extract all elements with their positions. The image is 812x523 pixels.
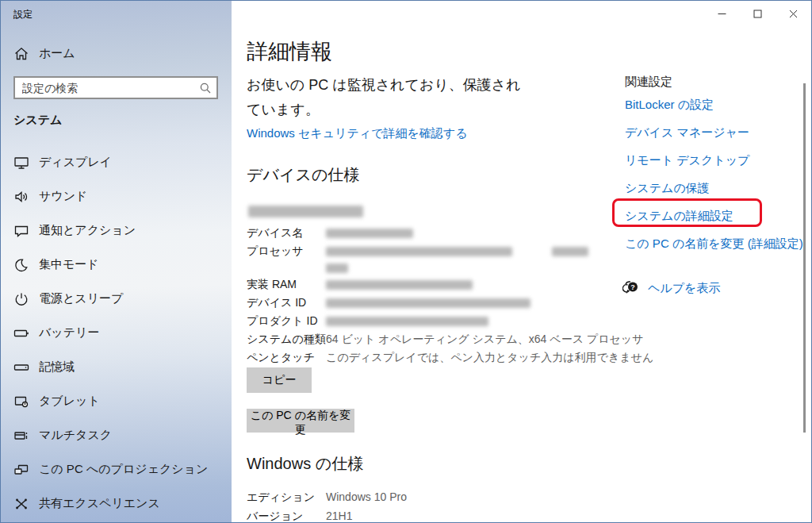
svg-text:?: ? [630, 283, 635, 291]
sidebar-item-label: 通知とアクション [39, 223, 136, 238]
home-icon [13, 46, 29, 62]
device-spec-table: デバイス名 プロセッサ 実装 RAM デバイス ID プロダクト ID システム… [247, 224, 619, 367]
sidebar: 設定 ホーム システム ディスプレイ サウンド 通知とアクション 集中モード [1, 1, 232, 522]
sound-icon [13, 189, 29, 205]
sidebar-item-display[interactable]: ディスプレイ [1, 145, 232, 179]
sidebar-item-label: 電源とスリープ [39, 291, 123, 306]
spec-row-pen-touch: ペンとタッチ このディスプレイでは、ペン入力とタッチ入力は利用できません [247, 348, 619, 367]
sidebar-item-label: タブレット [39, 394, 100, 409]
redacted-device-model [248, 206, 363, 217]
sidebar-item-label: 集中モード [39, 257, 99, 272]
sidebar-item-focus-assist[interactable]: 集中モード [1, 248, 232, 282]
sidebar-item-storage[interactable]: 記憶域 [1, 350, 232, 384]
multitasking-icon [13, 428, 29, 444]
redacted-value [552, 247, 588, 256]
search-input[interactable] [22, 82, 199, 94]
tablet-icon [13, 394, 29, 410]
shared-experiences-icon [13, 496, 29, 512]
close-button[interactable] [776, 1, 811, 26]
maximize-button[interactable] [740, 1, 776, 26]
sidebar-item-label: ホーム [39, 46, 75, 61]
spec-row-system-type: システムの種類 64 ビット オペレーティング システム、x64 ベース プロセ… [247, 330, 619, 348]
related-link-rename-pc-advanced[interactable]: この PC の名前を変更 (詳細設定) [625, 230, 803, 258]
sidebar-item-tablet[interactable]: タブレット [1, 384, 232, 418]
rename-pc-button[interactable]: この PC の名前を変更 [247, 409, 354, 433]
related-link-system-protection[interactable]: システムの保護 [625, 175, 803, 202]
focus-assist-icon [13, 257, 29, 273]
related-settings-heading: 関連設定 [625, 75, 672, 90]
sidebar-nav: ディスプレイ サウンド 通知とアクション 集中モード 電源とスリープ バッテリー… [1, 145, 232, 521]
search-icon[interactable] [199, 82, 212, 94]
related-settings-links: BitLocker の設定 デバイス マネージャー リモート デスクトップ シス… [625, 91, 803, 258]
sidebar-item-sound[interactable]: サウンド [1, 179, 232, 213]
spec-row-edition: エディション Windows 10 Pro [247, 487, 619, 506]
window-title: 設定 [13, 8, 33, 21]
page-title: 詳細情報 [247, 37, 332, 66]
related-link-remote-desktop[interactable]: リモート デスクトップ [625, 147, 803, 175]
projection-icon [13, 462, 29, 478]
sidebar-section-title: システム [13, 113, 62, 128]
spec-row-device-id: デバイス ID [247, 294, 619, 312]
sidebar-item-label: ディスプレイ [39, 155, 112, 170]
sidebar-item-label: バッテリー [39, 325, 99, 340]
notifications-icon [13, 223, 29, 239]
redacted-value [326, 317, 488, 326]
sidebar-item-label: サウンド [39, 189, 87, 204]
settings-search-box[interactable] [13, 76, 218, 99]
sidebar-item-power-sleep[interactable]: 電源とスリープ [1, 282, 232, 316]
redacted-value [326, 247, 512, 256]
sidebar-item-multitasking[interactable]: マルチタスク [1, 418, 232, 452]
battery-icon [13, 325, 29, 341]
storage-icon [13, 360, 29, 375]
sidebar-item-label: マルチタスク [39, 428, 112, 443]
spec-row-version: バージョン 21H1 [247, 506, 619, 523]
windows-security-link[interactable]: Windows セキュリティで詳細を確認する [247, 126, 468, 141]
redacted-value [326, 229, 413, 238]
sidebar-item-home[interactable]: ホーム [1, 41, 232, 66]
vertical-scrollbar-thumb[interactable] [803, 83, 806, 433]
copy-button[interactable]: コピー [247, 367, 312, 393]
settings-window: { "window": { "title": "設定", "controls":… [0, 0, 812, 523]
related-link-bitlocker[interactable]: BitLocker の設定 [625, 91, 803, 119]
security-status-text: お使いの PC は監視されており、保護され ています。 [247, 73, 619, 122]
window-controls [704, 1, 811, 26]
related-link-device-manager[interactable]: デバイス マネージャー [625, 119, 803, 147]
spec-row-processor: プロセッサ [247, 242, 619, 275]
spec-row-device-name: デバイス名 [247, 224, 619, 242]
help-row: ? ヘルプを表示 [622, 279, 720, 297]
windows-spec-table: エディション Windows 10 Pro バージョン 21H1 [247, 487, 619, 523]
power-icon [13, 291, 29, 307]
redacted-value [326, 298, 530, 308]
spec-row-ram: 実装 RAM [247, 275, 619, 294]
help-link[interactable]: ヘルプを表示 [648, 281, 720, 296]
sidebar-item-projecting-to-pc[interactable]: この PC へのプロジェクション [1, 452, 232, 486]
related-link-advanced-system-settings[interactable]: システムの詳細設定 [625, 202, 803, 230]
windows-spec-heading: Windows の仕様 [247, 453, 363, 475]
sidebar-item-label: この PC へのプロジェクション [39, 462, 208, 477]
sidebar-item-battery[interactable]: バッテリー [1, 316, 232, 350]
device-spec-heading: デバイスの仕様 [247, 164, 359, 186]
sidebar-item-label: 共有エクスペリエンス [39, 496, 160, 511]
sidebar-item-shared-experiences[interactable]: 共有エクスペリエンス [1, 486, 232, 521]
redacted-value [326, 280, 473, 290]
minimize-button[interactable] [704, 1, 740, 26]
sidebar-item-label: 記憶域 [39, 360, 75, 375]
display-icon [13, 155, 29, 171]
help-icon: ? [622, 279, 640, 297]
spec-row-product-id: プロダクト ID [247, 312, 619, 330]
redacted-value [326, 263, 348, 273]
sidebar-item-notifications[interactable]: 通知とアクション [1, 213, 232, 248]
